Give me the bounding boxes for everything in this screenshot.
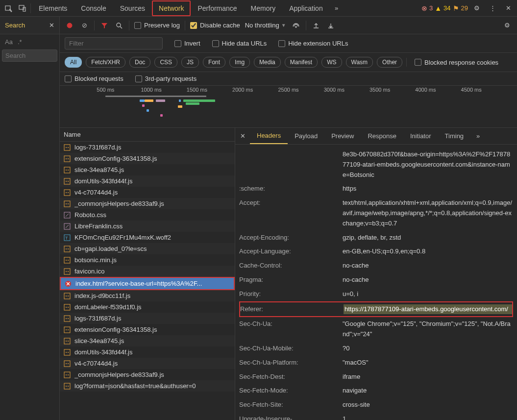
chip-all[interactable]: All [65,57,82,68]
more-detail-tabs-icon[interactable]: » [472,132,484,140]
throttling-dropdown[interactable]: No throttling ▼ [245,22,286,29]
blocked-cookies-checkbox[interactable]: Blocked response cookies [415,59,498,66]
chip-js[interactable]: JS [181,57,199,68]
chip-doc[interactable]: Doc [129,57,150,68]
request-row[interactable]: domUtils-343fd44f.js [60,346,235,358]
svg-rect-62 [64,383,70,389]
close-detail-icon[interactable]: ✕ [235,132,250,140]
timeline-overview[interactable]: 500 ms1000 ms1500 ms2000 ms2500 ms3000 m… [60,86,517,128]
name-column-header[interactable]: Name [60,128,235,142]
request-row[interactable]: LibreFranklin.css [60,221,235,232]
svg-rect-56 [64,361,70,367]
svg-point-4 [117,23,121,27]
request-name: Roboto.css [74,211,106,219]
chip-manifest[interactable]: Manifest [285,57,318,68]
chip-css[interactable]: CSS [154,57,177,68]
disable-cache-checkbox[interactable]: Disable cache [190,22,240,29]
request-row[interactable]: logs-731f687d.js [60,313,235,324]
download-har-icon[interactable] [326,21,336,30]
css-file-icon [64,223,71,230]
match-case-toggle[interactable]: Aa [5,38,13,46]
third-party-checkbox[interactable]: 3rd-party requests [135,75,197,82]
chip-media[interactable]: Media [254,57,281,68]
request-row[interactable]: log?format=json&hasfast=true&authuser=0 [60,380,235,392]
settings-icon[interactable]: ⚙ [470,1,484,15]
header-value: gzip, deflate, br, zstd [343,233,513,243]
svg-point-29 [66,248,67,249]
request-row[interactable]: _commonjsHelpers-de833af9.js [60,198,235,209]
tab-network[interactable]: Network [152,0,191,16]
warnings-badge[interactable]: ▲ 34 [435,4,450,12]
request-name: v4-c70744d4.js [74,189,118,196]
upload-har-icon[interactable] [311,21,321,30]
inspect-element-icon[interactable] [2,1,16,15]
header-value: u=0, i [343,289,513,299]
errors-badge[interactable]: ⊗ 3 [421,4,433,12]
close-devtools-icon[interactable]: ✕ [501,1,515,15]
request-row[interactable]: domLabeler-f539d1f0.js [60,301,235,313]
svg-point-19 [66,192,67,193]
detail-tabs: ✕ Headers Payload Preview Response Initi… [235,128,517,145]
preserve-log-checkbox[interactable]: Preserve log [134,22,180,29]
header-row: Priority:u=0, i [239,287,513,301]
request-row[interactable]: cb=gapi.loaded_0?le=scs [60,243,235,254]
hide-data-urls-checkbox[interactable]: Hide data URLs [212,40,267,47]
js-file-icon [64,371,71,378]
clear-icon[interactable]: ⊘ [79,21,89,30]
request-row[interactable]: slice-34ea8745.js [60,335,235,346]
blocked-requests-checkbox[interactable]: Blocked requests [65,75,123,82]
chip-ws[interactable]: WS [321,57,342,68]
filter-toggle-icon[interactable] [99,21,109,30]
invert-checkbox[interactable]: Invert [174,40,200,47]
search-icon[interactable] [114,21,124,30]
device-toolbar-icon[interactable] [16,1,29,15]
divider [94,21,95,30]
dtab-response[interactable]: Response [361,128,403,144]
request-row[interactable]: domUtils-343fd44f.js [60,175,235,187]
kebab-menu-icon[interactable]: ⋮ [486,1,499,15]
request-row[interactable]: _commonjsHelpers-de833af9.js [60,369,235,380]
request-row[interactable]: v4-c70744d4.js [60,358,235,369]
request-row[interactable]: index.html?service-base-url=https%3A%2F.… [60,277,235,290]
tab-elements[interactable]: Elements [32,0,74,16]
chip-other[interactable]: Other [377,57,402,68]
network-settings-icon[interactable]: ⚙ [502,21,512,30]
issues-badge[interactable]: ⚑ 29 [453,4,468,12]
request-row[interactable]: Roboto.css [60,209,235,221]
dtab-preview[interactable]: Preview [324,128,361,144]
dtab-payload[interactable]: Payload [288,128,324,144]
network-conditions-icon[interactable] [291,21,301,30]
filter-input[interactable] [65,37,163,49]
more-tabs-icon[interactable]: » [330,1,344,15]
request-row[interactable]: extensionConfig-36341358.js [60,153,235,164]
chip-font[interactable]: Font [203,57,225,68]
dtab-headers[interactable]: Headers [250,128,288,144]
hide-extension-urls-checkbox[interactable]: Hide extension URLs [278,40,348,47]
svg-rect-12 [64,167,70,173]
request-row[interactable]: TKFOmCnqEu92Fr1Mu4mxK.woff2 [60,232,235,243]
tab-application[interactable]: Application [282,0,330,16]
dtab-initiator[interactable]: Initiator [403,128,438,144]
request-row[interactable]: logs-731f687d.js [60,142,235,153]
close-search-panel-icon[interactable]: ✕ [47,22,56,29]
request-row[interactable]: slice-34ea8745.js [60,164,235,175]
request-name: extensionConfig-36341358.js [74,155,157,162]
search-input[interactable] [2,49,57,62]
search-panel-header: Search ✕ [0,17,60,34]
dtab-timing[interactable]: Timing [438,128,471,144]
chip-wasm[interactable]: Wasm [346,57,373,68]
tab-console[interactable]: Console [74,0,113,16]
request-row[interactable]: favicon.ico [60,266,235,277]
regex-toggle[interactable]: .* [18,38,22,46]
tab-performance[interactable]: Performance [191,0,244,16]
tab-sources[interactable]: Sources [113,0,152,16]
request-row[interactable]: botsonic.min.js [60,254,235,266]
chip-fetchxhr[interactable]: Fetch/XHR [86,57,125,68]
request-row[interactable]: extensionConfig-36341358.js [60,324,235,335]
request-row[interactable]: v4-c70744d4.js [60,187,235,198]
err-file-icon [65,280,72,287]
request-row[interactable]: index.js-d9bcc11f.js [60,290,235,301]
tab-memory[interactable]: Memory [244,0,283,16]
record-icon[interactable] [65,21,74,30]
chip-img[interactable]: Img [229,57,250,68]
